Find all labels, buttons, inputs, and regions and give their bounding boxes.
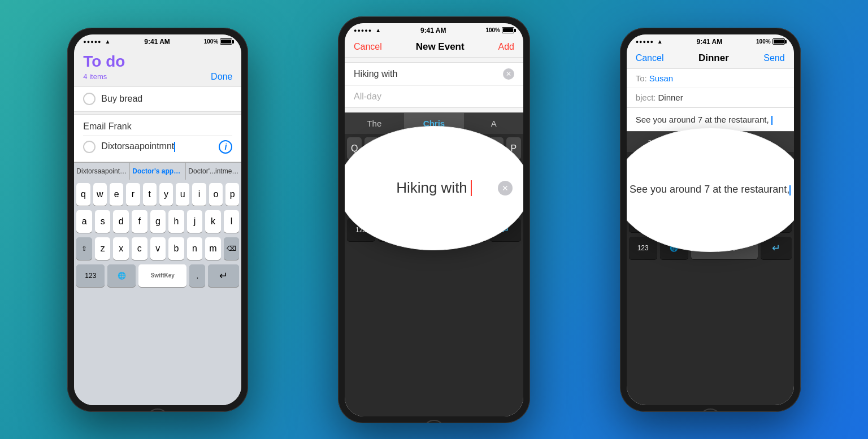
todo-meta: 4 items Done [83,72,232,82]
wifi-icon: ▲ [105,38,111,45]
done-button[interactable]: Done [211,72,232,82]
cal-cancel-button[interactable]: Cancel [354,42,382,52]
key-delete[interactable]: ⌫ [224,237,240,260]
home-button[interactable] [146,408,169,412]
key-v[interactable]: v [150,237,166,260]
oval-text: Hiking with [396,179,472,197]
status-time-3: 9:41 AM [697,38,723,46]
info-icon[interactable]: i [219,140,232,154]
wifi-icon-3: ▲ [657,38,663,45]
key-s[interactable]: s [95,210,111,233]
key-j[interactable]: j [187,210,203,233]
key-row-3: ⇧ z x c v b n m ⌫ [76,237,239,260]
mail-title: Dinner [698,53,729,64]
key-globe[interactable]: 🌐 [107,264,136,287]
key-n[interactable]: n [187,237,203,260]
mail-header: To: Susan bject: Dinner [627,69,794,108]
key-g[interactable]: g [150,210,166,233]
mail-send-button[interactable]: Send [763,53,784,63]
key-o[interactable]: o [209,183,223,206]
oval-clear-btn[interactable]: ✕ [498,181,513,195]
phone2: ●●●●● ▲ 9:41 AM 100% Cancel New Event Ad… [338,16,530,423]
key-u[interactable]: u [176,183,189,206]
input-value: Dixtorsaapointmnt [101,141,174,151]
prediction-2[interactable]: Doctor's appointment [130,163,186,180]
email-frank-item[interactable]: Email Frank [83,118,232,136]
checkbox-input[interactable] [83,141,96,153]
mail-to-field: To: Susan [627,69,794,88]
key-return[interactable]: ↵ [208,264,239,287]
signal-area: ●●●●● ▲ [83,38,110,45]
items-count: 4 items [83,72,107,81]
phone1-container: ●●●●● ▲ 9:41 AM 100% To do 4 items Done [67,28,248,412]
phone2-container: ●●●●● ▲ 9:41 AM 100% Cancel New Event Ad… [338,16,530,423]
oval-zoom-right: See you around 7 at the restaurant, [627,128,794,252]
oval-mail-label: See you around 7 at the restaurant, [630,184,789,195]
todo-text-1: Buy bread [101,94,142,104]
signal-dots-3: ●●●●● [636,39,654,45]
todo-item-1[interactable]: Buy bread [74,87,241,111]
key-f[interactable]: f [132,210,147,233]
phone1-screen: ●●●●● ▲ 9:41 AM 100% To do 4 items Done [74,34,241,405]
key-x[interactable]: x [113,237,129,260]
key-r[interactable]: r [126,183,140,206]
mail-nav: Cancel Dinner Send [627,48,794,69]
battery-percent: 100% [204,38,219,45]
battery-percent-2: 100% [485,27,500,33]
status-time-2: 9:41 AM [420,27,446,34]
key-t[interactable]: t [143,183,157,206]
prediction-bar: Dixtorsaapointmnt Doctor's appointment D… [74,162,241,180]
key-shift[interactable]: ⇧ [76,237,92,260]
prediction-1[interactable]: Dixtorsaapointmnt [74,163,130,180]
cal-event-text: Hiking with [354,69,497,79]
home-button-3[interactable] [699,408,722,412]
key-h[interactable]: h [168,210,184,233]
key-b[interactable]: b [168,237,184,260]
battery-area-3: 100% [756,38,785,45]
key-p[interactable]: p [225,183,239,206]
to-label: To: [636,73,647,83]
battery-icon-3 [772,38,785,45]
prediction-3[interactable]: Doctor'...intments [186,163,241,180]
key-z[interactable]: z [95,237,111,260]
oval-hiking-label: Hiking with [396,179,467,197]
calendar-nav: Cancel New Event Add [345,37,523,58]
clear-button[interactable]: ✕ [503,68,514,80]
mail-cancel-button[interactable]: Cancel [636,53,664,63]
key-i[interactable]: i [192,183,206,206]
battery-area-2: 100% [485,27,514,33]
signal-dots: ●●●●● [83,39,101,45]
oval-mail-text: See you around 7 at the restaurant, [630,182,791,197]
key-y[interactable]: y [159,183,173,206]
cal-add-button[interactable]: Add [498,42,514,52]
home-button-2[interactable] [423,420,445,423]
key-e[interactable]: e [110,183,123,206]
status-time: 9:41 AM [144,38,170,46]
key-l[interactable]: l [224,210,240,233]
key-123[interactable]: 123 [76,264,105,287]
key-row-2: a s d f g h j k l [76,210,239,233]
checkbox-1[interactable] [83,93,96,105]
input-row: Dixtorsaapointmnt i [83,136,232,158]
mail-subject-field: bject: Dinner [627,88,794,107]
key-m[interactable]: m [205,237,221,260]
key-space[interactable]: SwiftKey [138,264,186,287]
phone3: ●●●●● ▲ 9:41 AM 100% Cancel Dinner Send … [620,28,801,412]
key-k[interactable]: k [205,210,221,233]
phone2-screen: ●●●●● ▲ 9:41 AM 100% Cancel New Event Ad… [345,23,523,416]
signal-area-3: ●●●●● ▲ [636,38,663,45]
key-a[interactable]: a [76,210,92,233]
wifi-icon-2: ▲ [375,27,381,33]
cal-allday: All-day [345,86,523,107]
swiftkey-brand: SwiftKey [151,272,175,279]
input-text: Dixtorsaapointmnt [101,141,213,152]
phone3-container: ●●●●● ▲ 9:41 AM 100% Cancel Dinner Send … [620,28,801,412]
key-period[interactable]: . [189,264,205,287]
key-row-bottom: 123 🌐 SwiftKey . ↵ [76,264,239,287]
key-d[interactable]: d [113,210,129,233]
key-q[interactable]: q [76,183,90,206]
key-w[interactable]: w [93,183,107,206]
key-c[interactable]: c [132,237,147,260]
prediction-2-3[interactable]: A [464,113,523,134]
mail-body-text: See you around 7 at the restaurant, [636,115,769,124]
